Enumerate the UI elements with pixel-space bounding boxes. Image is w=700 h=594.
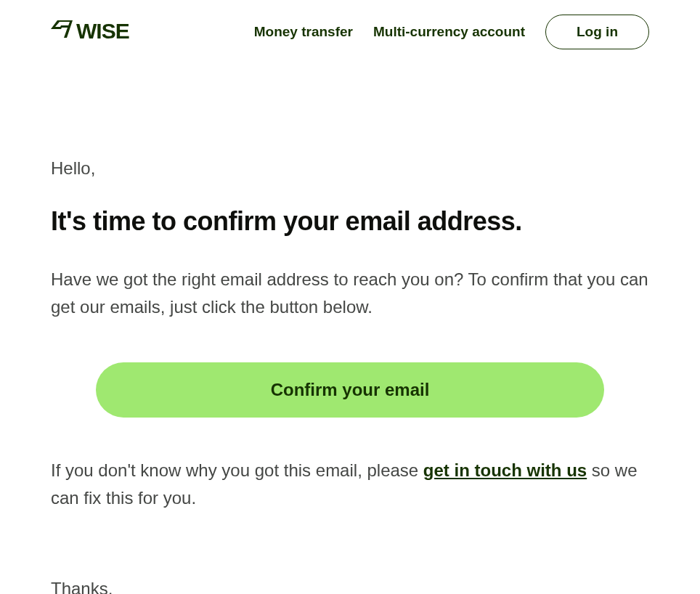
intro-text: Have we got the right email address to r… bbox=[51, 266, 649, 322]
page-title: It's time to confirm your email address. bbox=[51, 206, 649, 237]
confirm-email-button[interactable]: Confirm your email bbox=[96, 362, 604, 418]
greeting-text: Hello, bbox=[51, 158, 649, 179]
wise-logo[interactable]: WISE bbox=[51, 20, 160, 44]
thanks-text: Thanks, bbox=[51, 579, 113, 594]
nav: Money transfer Multi-currency account Lo… bbox=[254, 15, 649, 49]
disclaimer-text: If you don't know why you got this email… bbox=[51, 457, 649, 513]
nav-multi-currency[interactable]: Multi-currency account bbox=[373, 24, 525, 40]
login-button[interactable]: Log in bbox=[545, 15, 649, 49]
contact-link[interactable]: get in touch with us bbox=[423, 460, 587, 480]
disclaimer-before: If you don't know why you got this email… bbox=[51, 460, 423, 480]
nav-money-transfer[interactable]: Money transfer bbox=[254, 24, 353, 40]
header: WISE Money transfer Multi-currency accou… bbox=[51, 15, 649, 49]
signoff: Thanks, The Wise Team bbox=[51, 575, 649, 594]
wise-logo-icon: WISE bbox=[51, 20, 160, 44]
svg-text:WISE: WISE bbox=[76, 20, 129, 43]
